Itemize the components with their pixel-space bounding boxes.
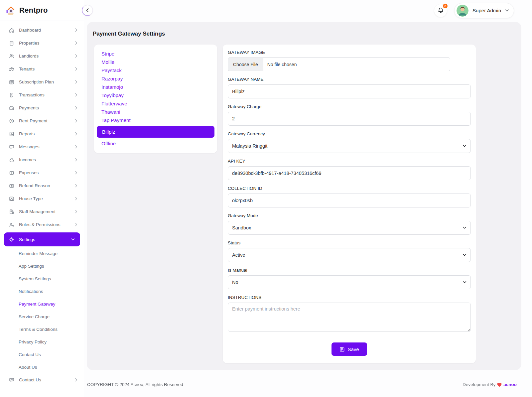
- avatar: [457, 5, 468, 17]
- chevron-down-icon: [505, 9, 509, 12]
- user-name: Super Admin: [472, 8, 501, 13]
- field-gateway-name: GATEWAY NAME: [228, 77, 471, 98]
- sidebar-item-expenses[interactable]: $ Expenses: [0, 166, 84, 179]
- status-select[interactable]: Active: [228, 248, 471, 262]
- sidebar-subitem-service-charge[interactable]: Service Charge: [0, 310, 84, 323]
- save-row: Save: [228, 342, 471, 356]
- gateway-link-thawani[interactable]: Thawani: [101, 108, 210, 116]
- top-header: 2 Super Admin: [84, 0, 532, 21]
- chevron-right-icon: [75, 119, 77, 123]
- choose-file-button[interactable]: Choose File: [228, 58, 263, 71]
- sidebar-subitem-privacy-policy[interactable]: Privacy Policy: [0, 335, 84, 348]
- svg-text:$: $: [11, 119, 13, 122]
- users-group-icon: [9, 66, 15, 72]
- field-gateway-charge: Gateway Charge: [228, 104, 471, 126]
- user-menu[interactable]: Super Admin: [454, 3, 514, 18]
- sidebar-item-subscription-plan[interactable]: Subscription Plan: [0, 75, 84, 88]
- sidebar-item-reports[interactable]: Reports: [0, 127, 84, 140]
- field-collection-id: COLLECTION ID: [228, 186, 471, 207]
- field-gateway-image: GATEWAY IMAGE Choose File No file chosen: [228, 50, 471, 71]
- rentpro-logo-icon: [6, 5, 16, 15]
- is-manual-label: Is Manual: [228, 268, 471, 273]
- sidebar-item-messages[interactable]: Messages: [0, 140, 84, 153]
- sidebar-item-label: Roles & Permissions: [19, 222, 71, 227]
- sidebar-item-label: Subscription Plan: [19, 79, 71, 84]
- sidebar-item-landlords[interactable]: Landlords: [0, 50, 84, 63]
- gateway-link-razorpay[interactable]: Razorpay: [101, 74, 210, 83]
- gateway-link-instamojo[interactable]: Instamojo: [101, 83, 210, 91]
- save-label: Save: [347, 346, 359, 352]
- notifications-button[interactable]: 2: [434, 4, 447, 17]
- subitem-label: App Settings: [19, 264, 44, 269]
- sidebar-item-label: Payments: [19, 105, 71, 110]
- sidebar-item-label: Dashboard: [19, 28, 71, 33]
- gateway-link-flutterwave[interactable]: Flutterwave: [101, 99, 210, 108]
- gateway-currency-select[interactable]: Malaysia Ringgit: [228, 139, 471, 153]
- gateway-currency-label: Gateway Currency: [228, 131, 471, 136]
- sidebar-item-label: Transactions: [19, 92, 71, 97]
- sidebar-item-properties[interactable]: Properties: [0, 37, 84, 50]
- subitem-label: Terms & Conditions: [19, 327, 58, 332]
- subitem-label: Privacy Policy: [19, 339, 47, 344]
- status-label: Status: [228, 240, 471, 245]
- sidebar-subitem-app-settings[interactable]: App Settings: [0, 260, 84, 272]
- sidebar-item-settings[interactable]: Settings: [4, 232, 80, 246]
- gateway-charge-input[interactable]: [228, 112, 471, 126]
- subitem-label: Reminder Message: [19, 251, 58, 256]
- instructions-textarea[interactable]: [228, 303, 471, 332]
- chevron-right-icon: [75, 158, 77, 162]
- sidebar-item-house-type[interactable]: House Type: [0, 192, 84, 205]
- sidebar-item-roles-permissions[interactable]: Roles & Permissions: [0, 218, 84, 231]
- chevron-right-icon: [75, 93, 77, 97]
- sidebar-item-tenants[interactable]: Tenants: [0, 63, 84, 75]
- wallet-icon: [9, 105, 15, 111]
- subitem-label: Payment Gateway: [19, 302, 55, 307]
- gateway-name-input[interactable]: [228, 84, 471, 98]
- chevron-right-icon: [75, 223, 77, 226]
- chat-face-icon: [9, 377, 15, 383]
- save-button[interactable]: Save: [332, 342, 367, 356]
- sidebar-item-transactions[interactable]: Transactions: [0, 88, 84, 101]
- sidebar-item-label: Settings: [19, 237, 67, 242]
- sidebar-item-contact-us[interactable]: Contact Us: [0, 373, 84, 386]
- acnoo-link[interactable]: acnoo: [503, 382, 517, 387]
- sidebar-item-dashboard[interactable]: Dashboard: [0, 24, 84, 37]
- sidebar-subitem-contact-us[interactable]: Contact Us: [0, 348, 84, 361]
- brand-logo[interactable]: Rentpro: [0, 0, 84, 21]
- sidebar-item-rent-payment[interactable]: $ Rent Payment: [0, 114, 84, 127]
- gateway-link-billplz-selected[interactable]: Billplz: [97, 126, 214, 138]
- sidebar-collapse-button[interactable]: [82, 5, 93, 16]
- sidebar-item-incomes[interactable]: Incomes: [0, 153, 84, 166]
- gateway-link-offline[interactable]: Offline: [101, 139, 210, 148]
- gateway-mode-label: Gateway Mode: [228, 213, 471, 218]
- staff-icon: [9, 209, 15, 215]
- page-title: Payment Gateway Settings: [93, 31, 514, 37]
- collection-id-input[interactable]: [228, 194, 471, 207]
- settings-panel: Payment Gateway Settings Stripe Mollie P…: [87, 22, 521, 370]
- sidebar-subitem-notifications[interactable]: Notifications: [0, 285, 84, 298]
- subitem-label: Service Charge: [19, 314, 50, 319]
- gateway-link-toyyibpay[interactable]: Toyyibpay: [101, 91, 210, 99]
- gateway-link-tap-payment[interactable]: Tap Payment: [101, 116, 210, 124]
- chevron-right-icon: [75, 132, 77, 136]
- sidebar-item-staff-management[interactable]: Staff Management: [0, 205, 84, 218]
- sidebar-subitem-reminder-message[interactable]: Reminder Message: [0, 247, 84, 260]
- is-manual-select[interactable]: No: [228, 275, 471, 289]
- gateway-image-input[interactable]: Choose File No file chosen: [228, 58, 450, 71]
- chevron-right-icon: [75, 41, 77, 45]
- subitem-label: About Us: [19, 365, 37, 370]
- house-type-icon: [9, 196, 15, 202]
- gateway-link-stripe[interactable]: Stripe: [101, 50, 210, 58]
- field-status: Status Active: [228, 240, 471, 262]
- sidebar-item-payments[interactable]: Payments: [0, 101, 84, 114]
- gateway-link-paystack[interactable]: Paystack: [101, 66, 210, 74]
- gateway-link-mollie[interactable]: Mollie: [101, 58, 210, 66]
- sidebar-subitem-payment-gateway[interactable]: Payment Gateway: [0, 298, 84, 310]
- api-key-input[interactable]: [228, 166, 471, 180]
- sidebar-subitem-about-us[interactable]: About Us: [0, 361, 84, 373]
- sidebar-item-refund-reason[interactable]: Refund Reason: [0, 179, 84, 192]
- sidebar-subitem-terms-conditions[interactable]: Terms & Conditions: [0, 323, 84, 335]
- sidebar-subitem-system-settings[interactable]: System Settings: [0, 272, 84, 285]
- chevron-right-icon: [75, 106, 77, 110]
- gateway-mode-select[interactable]: Sandbox: [228, 221, 471, 235]
